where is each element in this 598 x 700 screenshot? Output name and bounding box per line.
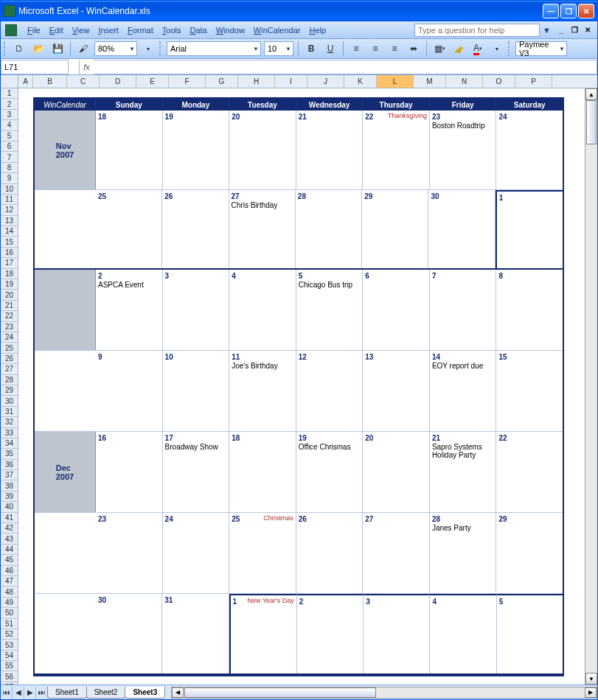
row-header[interactable]: 6 <box>1 141 18 152</box>
day-cell[interactable]: 18 <box>96 111 163 189</box>
day-cell[interactable]: 25Christmas <box>229 513 296 593</box>
menu-file[interactable]: File <box>23 24 45 36</box>
day-cell[interactable]: 3 <box>163 270 230 350</box>
col-header[interactable]: E <box>136 75 169 88</box>
day-cell[interactable]: 14EOY report due <box>430 351 497 431</box>
row-header[interactable]: 34 <box>1 438 18 449</box>
menu-format[interactable]: Format <box>123 24 158 36</box>
day-cell[interactable]: 9 <box>96 351 163 431</box>
tab-prev-icon[interactable]: ◀ <box>13 687 24 699</box>
day-cell[interactable]: 1 <box>496 190 563 268</box>
row-header[interactable]: 46 <box>1 566 18 576</box>
day-cell[interactable]: 25 <box>96 190 162 268</box>
menu-view[interactable]: View <box>68 24 94 36</box>
day-cell[interactable]: 21 <box>296 111 364 189</box>
tab-next-icon[interactable]: ▶ <box>24 687 36 699</box>
col-header[interactable]: H <box>238 75 275 88</box>
row-header[interactable]: 37 <box>1 470 18 480</box>
row-header[interactable]: 22 <box>1 311 18 321</box>
day-cell[interactable]: 21Sapro Systems Holiday Party <box>430 432 497 512</box>
align-center-icon[interactable]: ≡ <box>367 41 383 57</box>
save-icon[interactable]: 💾 <box>49 41 66 57</box>
row-header[interactable]: 9 <box>1 173 18 183</box>
col-header[interactable]: F <box>169 75 206 88</box>
col-header[interactable]: I <box>275 75 307 88</box>
mdi-minimize-button[interactable]: _ <box>556 25 566 35</box>
day-cell[interactable]: 13 <box>363 351 430 431</box>
borders-icon[interactable]: ▦▾ <box>431 41 448 57</box>
row-header[interactable]: 24 <box>1 332 18 343</box>
format-painter-icon[interactable]: 🖌 <box>75 41 91 57</box>
day-cell[interactable]: 27 <box>363 513 430 593</box>
fx-icon[interactable]: fx <box>79 60 94 74</box>
day-cell[interactable]: 31 <box>162 594 229 673</box>
scroll-down-icon[interactable]: ▼ <box>585 673 597 685</box>
day-cell[interactable]: 26 <box>162 190 229 268</box>
row-header[interactable]: 11 <box>1 195 18 205</box>
row-header[interactable]: 43 <box>1 533 18 544</box>
row-header[interactable]: 55 <box>1 661 18 671</box>
row-header[interactable]: 48 <box>1 587 18 597</box>
row-header[interactable]: 28 <box>1 375 18 385</box>
row-header[interactable]: 36 <box>1 460 18 470</box>
col-header[interactable]: M <box>414 75 446 88</box>
row-header[interactable]: 2 <box>1 99 18 109</box>
day-cell[interactable]: 7 <box>430 270 497 350</box>
day-cell[interactable]: 16 <box>96 432 163 512</box>
sheet-tab[interactable]: Sheet2 <box>86 687 126 699</box>
menu-wincalendar[interactable]: WinCalendar <box>249 24 305 36</box>
fill-color-icon[interactable]: ◢▾ <box>451 41 467 57</box>
col-header[interactable]: G <box>206 75 238 88</box>
toolbar-grip[interactable] <box>4 41 7 56</box>
row-header[interactable]: 35 <box>1 449 18 459</box>
new-icon[interactable]: 🗋 <box>11 41 27 57</box>
maximize-button[interactable]: ❐ <box>560 4 577 18</box>
row-header[interactable]: 26 <box>1 354 18 364</box>
minimize-button[interactable]: — <box>543 4 559 18</box>
mdi-close-button[interactable]: ✕ <box>583 25 593 35</box>
row-header[interactable]: 5 <box>1 131 18 141</box>
day-cell[interactable]: 28 <box>296 190 362 268</box>
row-header[interactable]: 38 <box>1 480 18 491</box>
name-box[interactable]: L71 <box>1 60 69 74</box>
toolbar-options-icon[interactable]: ▾ <box>140 41 156 57</box>
row-header[interactable]: 14 <box>1 226 18 237</box>
toolbar-grip[interactable] <box>508 41 511 56</box>
tab-last-icon[interactable]: ⏭ <box>36 687 48 699</box>
day-cell[interactable]: 28Janes Party <box>430 513 497 593</box>
row-header[interactable]: 17 <box>1 258 18 268</box>
row-header[interactable]: 31 <box>1 407 18 417</box>
row-header[interactable]: 25 <box>1 343 18 353</box>
horizontal-scrollbar[interactable]: ◀ ▶ <box>171 687 597 699</box>
col-header[interactable]: N <box>446 75 483 88</box>
row-header[interactable]: 7 <box>1 152 18 162</box>
col-header[interactable]: K <box>344 75 377 88</box>
underline-icon[interactable]: U <box>322 41 338 57</box>
select-all-corner[interactable] <box>1 75 18 88</box>
row-header[interactable]: 3 <box>1 110 18 120</box>
row-header[interactable]: 16 <box>1 248 18 258</box>
scroll-thumb[interactable] <box>586 100 597 144</box>
day-cell[interactable]: 2 <box>297 594 364 673</box>
sheet-tab[interactable]: Sheet1 <box>47 687 87 699</box>
day-cell[interactable]: 26 <box>296 513 364 593</box>
custom-combo[interactable]: Paymee V3▼ <box>515 41 567 56</box>
row-header[interactable]: 8 <box>1 163 18 173</box>
col-header[interactable]: C <box>67 75 100 88</box>
row-header[interactable]: 32 <box>1 417 18 427</box>
day-cell[interactable]: 3 <box>364 594 430 673</box>
row-header[interactable]: 29 <box>1 385 18 396</box>
day-cell[interactable]: 19Office Chrismas <box>296 432 364 512</box>
help-search[interactable] <box>414 24 540 37</box>
row-header[interactable]: 13 <box>1 216 18 226</box>
col-header[interactable]: J <box>307 75 344 88</box>
row-header[interactable]: 42 <box>1 523 18 533</box>
row-header[interactable]: 1 <box>1 88 18 99</box>
col-header[interactable]: A <box>18 75 33 88</box>
font-color-icon[interactable]: A▾ <box>470 41 486 57</box>
day-cell[interactable]: 30 <box>96 594 162 673</box>
row-header[interactable]: 41 <box>1 513 18 523</box>
day-cell[interactable]: 1New Year's Day <box>229 594 297 673</box>
menu-insert[interactable]: Insert <box>94 24 123 36</box>
row-header[interactable]: 50 <box>1 608 18 618</box>
